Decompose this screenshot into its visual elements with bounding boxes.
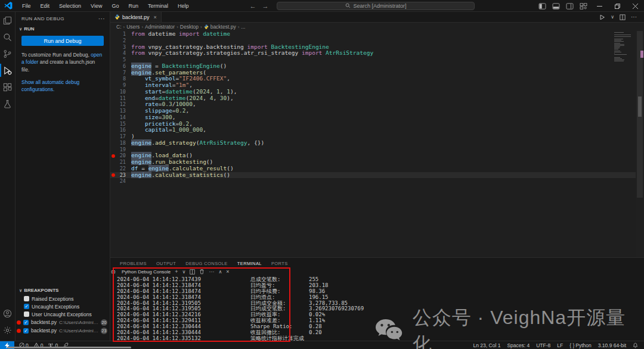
panel-tab-debug-console[interactable]: DEBUG CONSOLE — [181, 258, 233, 269]
minimize-button[interactable] — [590, 0, 608, 12]
file-breakpoint[interactable]: ✓backtest.pyC:\Users\Administra...23 — [16, 326, 110, 335]
editor-scrollbar[interactable] — [636, 31, 644, 257]
run-section-header[interactable]: ∨ RUN — [16, 24, 110, 33]
breakpoint-dot[interactable] — [110, 154, 116, 158]
panel-tab-terminal[interactable]: TERMINAL — [233, 258, 267, 269]
search-sidebar-icon[interactable] — [0, 29, 16, 45]
breakpoint-dot[interactable] — [110, 173, 116, 177]
code-line-16[interactable]: 16 capital=1_000_000, — [110, 127, 644, 133]
accounts-icon[interactable] — [0, 305, 16, 322]
breadcrumb[interactable]: C:›Users›Administrator›Desktop›backtest.… — [110, 23, 644, 31]
horizontal-scrollbar[interactable] — [7, 347, 131, 348]
breadcrumb-separator: › — [177, 24, 178, 30]
run-python-file-icon[interactable] — [599, 14, 605, 20]
line-number: 23 — [116, 172, 126, 179]
breadcrumb-item[interactable]: C: — [116, 24, 122, 30]
maximize-panel-icon[interactable]: ∧ — [218, 269, 222, 275]
code-line-18[interactable]: 18engine.add_strategy(AtrRsiStrategy, {}… — [110, 140, 644, 147]
line-number: 12 — [116, 101, 126, 108]
code-line-24[interactable]: 24 — [110, 178, 644, 185]
breadcrumb-item[interactable]: ... — [241, 24, 245, 30]
menu-file[interactable]: File — [18, 2, 35, 10]
terminal-dropdown-icon[interactable]: ∨ — [182, 269, 186, 275]
menu-edit[interactable]: Edit — [36, 2, 54, 10]
toggle-sidebar-icon[interactable] — [538, 3, 546, 10]
code-line-13[interactable]: 13 slippage=0.2, — [110, 108, 644, 114]
breadcrumb-separator: › — [200, 24, 202, 30]
menu-terminal[interactable]: Terminal — [144, 2, 172, 10]
run-dropdown-icon[interactable]: ∨ — [611, 14, 614, 20]
testing-icon[interactable] — [0, 95, 16, 112]
exception-breakpoint[interactable]: User Uncaught Exceptions — [16, 310, 110, 318]
line-number: 19 — [116, 147, 126, 153]
breakpoint-line-badge: 23 — [101, 328, 107, 334]
line-number: 20 — [116, 152, 126, 159]
restore-button[interactable] — [608, 0, 626, 12]
panel-tab-output[interactable]: OUTPUT — [151, 258, 181, 269]
code-editor[interactable]: 1from datetime import datetime23from vnp… — [110, 31, 644, 257]
tab-backtest-py[interactable]: backtest.py × — [110, 12, 162, 22]
sidebar-title: RUN AND DEBUG — [21, 16, 64, 21]
menu-bar: FileEditSelectionViewGoRunTerminalHelp — [18, 2, 193, 10]
code-line-1[interactable]: 1from datetime import datetime — [110, 31, 644, 38]
checkbox[interactable]: ✓ — [24, 304, 29, 309]
customize-layout-icon[interactable] — [580, 3, 587, 10]
line-number: 16 — [116, 127, 126, 133]
close-panel-icon[interactable]: × — [226, 269, 229, 275]
panel-tab-ports[interactable]: PORTS — [267, 258, 293, 269]
breadcrumb-item[interactable]: Desktop — [180, 24, 199, 30]
panel-more-icon[interactable]: ··· — [209, 269, 214, 275]
toggle-panel-icon[interactable] — [552, 3, 560, 10]
close-button[interactable] — [626, 0, 644, 12]
breadcrumb-item[interactable]: backtest.py — [210, 24, 236, 30]
menu-selection[interactable]: Selection — [55, 2, 85, 10]
menu-view[interactable]: View — [86, 2, 106, 10]
code-line-23[interactable]: 23engine.calculate_statistics() — [110, 172, 644, 179]
breakpoints-header[interactable]: ∨ BREAKPOINTS — [16, 286, 110, 295]
settings-gear-icon[interactable] — [0, 322, 16, 338]
file-breakpoint[interactable]: ✓backtest.pyC:\Users\Administra...20 — [16, 318, 110, 326]
code-line-4[interactable]: 4from vnpy_ctastrategy.strategies.atr_rs… — [110, 50, 644, 57]
customize-hint: To customize Run and Debug, open a folde… — [16, 47, 110, 73]
show-debug-configurations-link[interactable]: Show all automatic debug configurations. — [21, 79, 79, 92]
terminal-selector[interactable]: Python Debug Console — [122, 269, 171, 275]
checkbox[interactable]: ✓ — [23, 320, 29, 325]
menu-go[interactable]: Go — [107, 2, 123, 10]
kill-terminal-icon[interactable] — [199, 269, 205, 275]
run-and-debug-icon[interactable] — [0, 62, 16, 79]
watermark-text: 公众号 · VeighNa开源量化 — [413, 305, 644, 349]
exception-breakpoint[interactable]: Raised Exceptions — [16, 295, 110, 303]
code-line-12[interactable]: 12 rate=0.3/10000, — [110, 101, 644, 108]
exception-breakpoint[interactable]: ✓Uncaught Exceptions — [16, 303, 110, 310]
menu-run[interactable]: Run — [124, 2, 143, 10]
line-number: 11 — [116, 95, 126, 102]
sidebar-more-icon[interactable]: ··· — [98, 15, 105, 22]
editor-more-icon[interactable]: ··· — [631, 14, 637, 20]
split-editor-icon[interactable] — [620, 14, 626, 20]
source-control-icon[interactable] — [0, 45, 16, 62]
debug-console-icon — [110, 269, 116, 275]
panel-tab-problems[interactable]: PROBLEMS — [115, 258, 151, 269]
command-center-search[interactable]: Search [Administrator] — [277, 2, 475, 10]
line-number: 22 — [116, 166, 126, 172]
minimap[interactable] — [614, 32, 632, 64]
new-terminal-icon[interactable]: + — [175, 269, 178, 275]
vscode-window: FileEditSelectionViewGoRunTerminalHelp ←… — [0, 0, 644, 349]
tab-close-icon[interactable]: × — [154, 14, 157, 20]
checkbox[interactable] — [24, 311, 29, 317]
checkbox[interactable] — [24, 296, 29, 301]
breadcrumb-item[interactable]: Administrator — [145, 24, 175, 30]
toggle-secondary-sidebar-icon[interactable] — [566, 3, 574, 10]
menu-help[interactable]: Help — [174, 2, 193, 10]
nav-back-icon[interactable]: ← — [249, 2, 256, 10]
extensions-icon[interactable] — [0, 79, 16, 95]
breadcrumb-item[interactable]: Users — [126, 24, 140, 30]
explorer-icon[interactable] — [0, 12, 16, 29]
nav-forward-icon[interactable]: → — [262, 2, 268, 10]
checkbox[interactable]: ✓ — [23, 328, 29, 334]
split-terminal-icon[interactable] — [190, 269, 195, 275]
search-icon — [345, 3, 351, 8]
line-number: 7 — [116, 70, 126, 76]
chevron-down-icon: ∨ — [19, 27, 22, 32]
run-and-debug-button[interactable]: Run and Debug — [21, 36, 104, 46]
